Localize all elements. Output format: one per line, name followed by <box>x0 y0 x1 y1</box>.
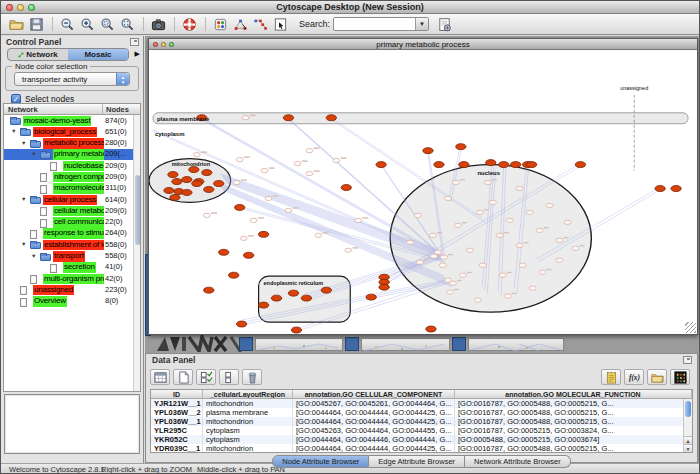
network-node[interactable] <box>341 185 351 191</box>
tree-scrollbar[interactable] <box>133 115 140 391</box>
table-row[interactable]: YKR052Ccytoplasm[GO:0044464, GO:0044446,… <box>151 435 692 444</box>
network-node[interactable] <box>306 171 313 175</box>
import-network-icon[interactable] <box>435 15 453 33</box>
tree-row[interactable]: Overview8(0) <box>4 296 133 307</box>
network-node[interactable] <box>519 263 526 267</box>
table-scrollbar[interactable]: ▲ ▼ <box>683 399 692 452</box>
table-cell[interactable]: [GO:0016787, GO:0005488, GO:0005215, G..… <box>455 417 692 426</box>
background-window-fragment[interactable] <box>255 338 343 351</box>
network-node[interactable] <box>288 290 298 296</box>
network-node[interactable] <box>459 162 469 168</box>
table-cell[interactable]: mitochondrion <box>203 399 293 408</box>
tree-row[interactable]: mosaic-demo-yeast874(0) <box>4 115 133 126</box>
table-cell[interactable]: [GO:0016787, GO:0005488, GO:0005215, G..… <box>455 408 692 417</box>
table-cell[interactable]: YLR295C <box>151 426 203 435</box>
network-node[interactable] <box>479 263 486 267</box>
network-node[interactable] <box>204 187 214 193</box>
network-node[interactable] <box>466 248 473 252</box>
network-node[interactable] <box>168 172 178 178</box>
column-header[interactable]: annotation.GO MOLECULAR_FUNCTION <box>455 390 692 398</box>
network-node[interactable] <box>516 243 523 247</box>
background-window-chip[interactable] <box>345 337 359 351</box>
table-cell[interactable]: YJR121W__1 <box>151 399 203 408</box>
expand-arrow-icon[interactable]: ▼ <box>31 253 36 259</box>
network-node[interactable] <box>536 228 543 232</box>
birds-eye-view[interactable] <box>4 394 140 454</box>
background-window-chip[interactable] <box>452 337 466 351</box>
network-node[interactable] <box>406 240 413 244</box>
tree-row[interactable]: cellular metabo209(0) <box>4 205 133 216</box>
table-cell[interactable]: [GO:0016787, GO:0005488, GO:0005215, G..… <box>455 399 692 408</box>
network-node[interactable] <box>655 186 665 192</box>
tree-scrollbar-thumb[interactable] <box>135 175 140 245</box>
zoom-selected-icon[interactable] <box>98 15 116 33</box>
scroll-down-icon[interactable]: ▼ <box>684 444 692 452</box>
network-node[interactable] <box>164 188 174 194</box>
network-node[interactable] <box>243 252 253 258</box>
column-header[interactable]: _cellularLayoutRegion <box>203 390 293 398</box>
attribute-editor-icon[interactable] <box>601 369 621 385</box>
network-node[interactable] <box>546 203 553 207</box>
network-node[interactable] <box>379 284 389 290</box>
network-node[interactable] <box>250 218 257 222</box>
table-cell[interactable]: [GO:0016787, GO:0005488, GO:0005215, G..… <box>455 444 692 453</box>
network-node[interactable] <box>526 210 533 214</box>
node-color-dropdown[interactable]: transporter activity ▲▼ <box>14 72 130 86</box>
network-node[interactable] <box>484 180 491 184</box>
dropdown-stepper-icon[interactable]: ▲▼ <box>116 73 129 85</box>
annotation-icon[interactable] <box>271 15 289 33</box>
network-window-titlebar[interactable]: primary metabolic process <box>149 39 697 50</box>
network-node[interactable] <box>315 233 322 237</box>
column-header[interactable]: annotation.GO CELLULAR_COMPONENT <box>293 390 455 398</box>
network-node[interactable] <box>486 160 496 166</box>
tab-network-attribute-browser[interactable]: Network Attribute Browser <box>465 455 571 468</box>
network-node[interactable] <box>434 162 444 168</box>
network-node[interactable] <box>572 246 579 250</box>
tree-row[interactable]: ▼biological_process651(0) <box>4 126 133 137</box>
network-node[interactable] <box>423 148 433 154</box>
network-node[interactable] <box>345 248 352 252</box>
tab-edge-attribute-browser[interactable]: Edge Attribute Browser <box>369 455 465 468</box>
save-session-icon[interactable] <box>27 15 45 33</box>
open-session-icon[interactable] <box>7 15 25 33</box>
network-node[interactable] <box>454 223 461 227</box>
table-scrollbar-thumb[interactable] <box>685 401 691 417</box>
table-cell[interactable]: YPL036W__2 <box>151 408 203 417</box>
table-cell[interactable]: [GO:0044464, GO:0044444, GO:0044425, G..… <box>293 408 455 417</box>
table-cell[interactable]: [GO:0005488, GO:0005215, GO:0003674] <box>455 435 692 444</box>
attribute-table-icon[interactable] <box>150 369 170 385</box>
network-node[interactable] <box>476 210 483 214</box>
network-node[interactable] <box>510 162 520 168</box>
zoom-out-icon[interactable] <box>58 15 76 33</box>
tab-node-attribute-browser[interactable]: Node Attribute Browser <box>272 455 369 468</box>
table-cell[interactable]: YPL036W__1 <box>151 417 203 426</box>
network-node[interactable] <box>219 249 229 255</box>
tree-row[interactable]: ▼metabolic process280(0) <box>4 138 133 149</box>
network-canvas[interactable]: plasma membrane cytoplasm mitochondrion … <box>149 51 697 334</box>
network-node[interactable] <box>556 238 563 242</box>
network-node[interactable] <box>321 287 331 293</box>
network-node[interactable] <box>214 181 224 187</box>
tree-col-network[interactable]: Network <box>8 105 38 114</box>
network-node[interactable] <box>306 149 313 153</box>
select-attributes-icon[interactable] <box>196 369 216 385</box>
network-node[interactable] <box>229 272 239 278</box>
new-attribute-icon[interactable] <box>173 369 193 385</box>
minimize-button[interactable] <box>17 4 24 11</box>
zoom-fit-icon[interactable] <box>118 15 136 33</box>
tab-overflow-arrow[interactable]: ▶ <box>135 50 140 58</box>
network-node[interactable] <box>459 273 466 277</box>
tree-row[interactable]: ▼primary metabo209(... <box>4 149 133 160</box>
delete-attribute-icon[interactable] <box>242 369 262 385</box>
close-button[interactable] <box>6 4 13 11</box>
tree-col-divider[interactable] <box>102 104 103 114</box>
network-node[interactable] <box>671 186 681 192</box>
network-node[interactable] <box>355 218 362 222</box>
table-cell[interactable]: mitochondrion <box>203 444 293 453</box>
network-node[interactable] <box>291 327 301 333</box>
network-node[interactable] <box>449 281 456 285</box>
network-node[interactable] <box>496 233 503 237</box>
table-cell[interactable]: cytoplasm <box>203 435 293 444</box>
network-node[interactable] <box>499 162 509 168</box>
table-cell[interactable]: cytoplasm <box>203 426 293 435</box>
